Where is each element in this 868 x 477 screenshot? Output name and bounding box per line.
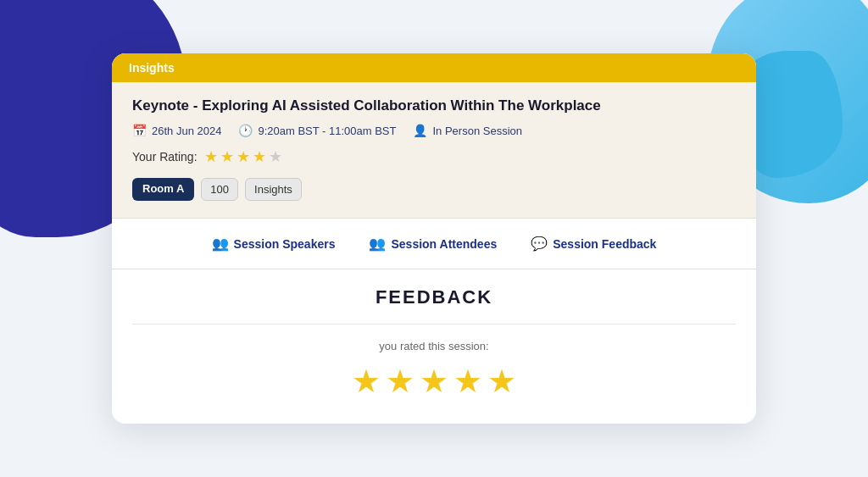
tab-speakers-label: Session Speakers bbox=[234, 237, 336, 251]
main-card: Insights Keynote - Exploring AI Assisted… bbox=[112, 53, 756, 424]
star-1[interactable]: ★ bbox=[204, 147, 218, 166]
speakers-icon: 👥 bbox=[212, 236, 229, 252]
tab-session-feedback[interactable]: 💬 Session Feedback bbox=[531, 232, 656, 255]
rated-text: you rated this session: bbox=[132, 340, 736, 352]
attendees-icon: 👥 bbox=[369, 236, 386, 252]
insights-label: Insights bbox=[129, 61, 175, 75]
rating-stars: ★ ★ ★ ★ ★ bbox=[204, 147, 282, 166]
card-top-section: Insights Keynote - Exploring AI Assisted… bbox=[112, 53, 756, 219]
meta-time-text: 9:20am BST - 11:00am BST bbox=[258, 125, 396, 137]
meta-type-text: In Person Session bbox=[432, 125, 522, 137]
tags-section: Room A 100 Insights bbox=[112, 178, 756, 201]
tab-feedback-label: Session Feedback bbox=[553, 237, 656, 251]
feedback-title: FEEDBACK bbox=[132, 286, 736, 308]
feedback-section: FEEDBACK you rated this session: ★ ★ ★ ★… bbox=[112, 269, 756, 424]
meta-date-text: 26th Jun 2024 bbox=[152, 125, 221, 137]
person-icon: 👤 bbox=[413, 124, 427, 137]
tag-room[interactable]: Room A bbox=[132, 178, 194, 201]
star-2[interactable]: ★ bbox=[220, 147, 234, 166]
star-3[interactable]: ★ bbox=[236, 147, 250, 166]
calendar-icon: 📅 bbox=[132, 124, 147, 137]
star-5[interactable]: ★ bbox=[269, 147, 282, 166]
tabs-section: 👥 Session Speakers 👥 Session Attendees 💬… bbox=[112, 219, 756, 269]
feedback-star-1[interactable]: ★ bbox=[352, 363, 381, 400]
insights-bar: Insights bbox=[112, 53, 756, 82]
feedback-star-4[interactable]: ★ bbox=[453, 363, 482, 400]
tab-attendees-label: Session Attendees bbox=[391, 237, 497, 251]
meta-time: 🕐 9:20am BST - 11:00am BST bbox=[238, 124, 396, 137]
tab-session-speakers[interactable]: 👥 Session Speakers bbox=[212, 232, 336, 255]
star-4[interactable]: ★ bbox=[253, 147, 266, 166]
feedback-divider bbox=[132, 324, 736, 324]
clock-icon: 🕐 bbox=[238, 124, 253, 137]
feedback-icon: 💬 bbox=[531, 236, 548, 252]
your-rating-label: Your Rating: bbox=[132, 150, 198, 164]
your-rating-row: Your Rating: ★ ★ ★ ★ ★ bbox=[112, 147, 756, 166]
feedback-star-2[interactable]: ★ bbox=[386, 363, 415, 400]
tag-count: 100 bbox=[201, 178, 238, 201]
feedback-star-5[interactable]: ★ bbox=[487, 363, 516, 400]
session-meta: 📅 26th Jun 2024 🕐 9:20am BST - 11:00am B… bbox=[112, 124, 756, 137]
meta-date: 📅 26th Jun 2024 bbox=[132, 124, 221, 137]
feedback-star-3[interactable]: ★ bbox=[420, 363, 448, 400]
feedback-stars: ★ ★ ★ ★ ★ bbox=[132, 363, 736, 400]
meta-type: 👤 In Person Session bbox=[413, 124, 522, 137]
session-title: Keynote - Exploring AI Assisted Collabor… bbox=[112, 96, 756, 116]
tab-session-attendees[interactable]: 👥 Session Attendees bbox=[369, 232, 497, 255]
tag-category[interactable]: Insights bbox=[245, 178, 302, 201]
